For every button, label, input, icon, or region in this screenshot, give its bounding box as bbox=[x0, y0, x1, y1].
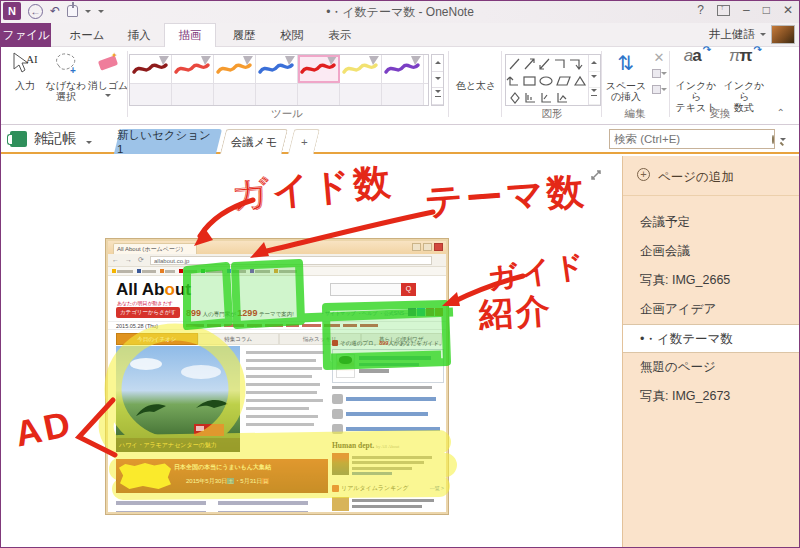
page-item[interactable]: 企画アイデア bbox=[623, 295, 799, 324]
ad-banner-dates: 2015年5月30日土・5月31日日 bbox=[186, 477, 269, 486]
eraser-button[interactable]: ✦ 消しゴム bbox=[87, 50, 129, 112]
article-link-line bbox=[246, 399, 323, 403]
facebook-icon bbox=[408, 308, 416, 316]
highlighter-swatch[interactable] bbox=[130, 84, 172, 105]
add-section-tab[interactable]: + bbox=[288, 129, 320, 154]
gallery-expand-icon[interactable] bbox=[432, 88, 443, 105]
lasso-icon: + bbox=[45, 50, 87, 78]
pen-swatch[interactable] bbox=[340, 55, 382, 83]
browser-tab: All About (ホームページ) bbox=[113, 243, 197, 254]
address-bar: allabout.co.jp bbox=[150, 256, 432, 265]
close-button[interactable]: ✕ bbox=[783, 3, 793, 17]
page-canvas[interactable]: All About (ホームページ) ← → ⟳ allabout.co.jp bbox=[1, 156, 622, 547]
ink-to-text-button[interactable]: aa↷ インクから テキスト bbox=[673, 50, 719, 112]
page-item-selected[interactable]: •・イ数テーマ数 bbox=[623, 324, 799, 353]
scroll-up-icon[interactable] bbox=[432, 55, 443, 72]
add-page-label: ページの追加 bbox=[658, 169, 734, 186]
section-tab-label: 新しいセクション 1 bbox=[117, 128, 219, 155]
notebook-dropdown-icon[interactable] bbox=[86, 141, 92, 147]
account-dropdown-icon[interactable] bbox=[760, 33, 766, 39]
ink-to-math-button[interactable]: ππ↷ インクから 数式 bbox=[721, 50, 767, 112]
human-dept-heading: Human dept. by All About bbox=[332, 441, 444, 450]
photo-caption: ハワイ・アラモアナセンターの魅力 bbox=[116, 438, 240, 452]
scroll-down-icon[interactable] bbox=[432, 72, 443, 89]
eraser-label: 消しゴム bbox=[88, 80, 129, 91]
tab-view[interactable]: 表示 bbox=[319, 23, 361, 47]
rotate-icon[interactable] bbox=[652, 85, 661, 94]
notebook-name[interactable]: 雑記帳 bbox=[34, 130, 76, 148]
pen-swatch[interactable] bbox=[172, 55, 214, 83]
tab-history[interactable]: 履歴 bbox=[223, 23, 265, 47]
delete-icon[interactable]: ✕ bbox=[654, 50, 665, 65]
expand-page-icon[interactable] bbox=[589, 168, 603, 182]
handwriting-guide-intro-2: 紹介 bbox=[477, 287, 554, 338]
pen-swatch-selected[interactable] bbox=[298, 55, 340, 83]
color-wheel-icon bbox=[453, 50, 499, 78]
lasso-select-button[interactable]: + なげなわ選択 bbox=[45, 50, 87, 112]
highlighter-swatch[interactable] bbox=[172, 84, 214, 105]
pen-swatch[interactable] bbox=[382, 55, 424, 83]
maximize-button[interactable]: □ bbox=[763, 3, 770, 17]
section-tab-active[interactable]: 会議メモ bbox=[220, 129, 288, 154]
tab-file[interactable]: ファイル bbox=[1, 23, 51, 47]
color-thickness-button[interactable]: 色と太さ bbox=[453, 50, 499, 112]
search-box bbox=[609, 129, 775, 149]
guide-link-row bbox=[332, 409, 444, 419]
pen-swatch[interactable] bbox=[256, 55, 298, 83]
browser-toolbar: ← → ⟳ allabout.co.jp bbox=[108, 254, 446, 267]
section-tab-1[interactable]: 新しいセクション 1 bbox=[114, 129, 222, 154]
tab-insert[interactable]: 挿入 bbox=[119, 23, 159, 47]
article-link-line bbox=[246, 351, 324, 355]
content-tab-active: 今日のイチオシ bbox=[116, 333, 198, 345]
company-icon bbox=[332, 424, 343, 434]
insert-space-label: スペース の挿入 bbox=[606, 80, 647, 102]
eraser-dropdown-icon[interactable] bbox=[105, 94, 111, 100]
highlighter-swatch[interactable] bbox=[256, 84, 298, 105]
pen-swatch[interactable] bbox=[214, 55, 256, 83]
bookmark-item bbox=[112, 269, 133, 273]
shapes-gallery[interactable] bbox=[505, 54, 601, 106]
search-input[interactable] bbox=[610, 133, 772, 145]
webpage-screenshot-image[interactable]: All About (ホームページ) ← → ⟳ allabout.co.jp bbox=[106, 239, 448, 514]
page-item[interactable]: 企画会議 bbox=[623, 237, 799, 266]
add-page-header[interactable]: + ページの追加 bbox=[623, 156, 799, 196]
page-item[interactable]: 会議予定 bbox=[623, 208, 799, 237]
tab-review[interactable]: 校閲 bbox=[271, 23, 313, 47]
bookmark-item bbox=[179, 269, 197, 273]
page-item[interactable]: 写真: IMG_2673 bbox=[623, 382, 799, 411]
account-area[interactable]: 井上健語 bbox=[709, 25, 795, 44]
highlighter-swatch[interactable] bbox=[382, 84, 424, 105]
collapse-ribbon-icon[interactable]: ⌃ bbox=[777, 107, 785, 118]
ranking-item bbox=[332, 497, 444, 511]
ink-to-text-icon: aa↷ bbox=[673, 50, 719, 78]
avatar[interactable] bbox=[771, 25, 795, 44]
tab-draw[interactable]: 描画 bbox=[164, 23, 216, 47]
search-icon[interactable] bbox=[772, 135, 774, 144]
pen-swatch[interactable] bbox=[130, 55, 172, 83]
highlighter-swatch[interactable] bbox=[214, 84, 256, 105]
color-thickness-label: 色と太さ bbox=[456, 80, 496, 91]
minimize-button[interactable]: – bbox=[743, 3, 750, 17]
insert-space-button[interactable]: ⇅ スペース の挿入 bbox=[604, 50, 648, 112]
twitter-icon bbox=[417, 308, 425, 316]
help-button[interactable]: ? bbox=[697, 3, 704, 17]
ad-banner-logo bbox=[119, 463, 171, 489]
tab-home[interactable]: ホーム bbox=[61, 23, 113, 47]
page-item[interactable]: 写真: IMG_2665 bbox=[623, 266, 799, 295]
gallery-expand-icon[interactable] bbox=[589, 88, 600, 105]
plus-icon: + bbox=[637, 168, 650, 181]
browser-window-controls bbox=[412, 243, 443, 251]
notebook-icon[interactable] bbox=[10, 131, 27, 147]
person-icon bbox=[332, 340, 338, 346]
ribbon-display-options-icon[interactable] bbox=[717, 5, 730, 16]
scroll-down-icon[interactable] bbox=[589, 72, 600, 89]
page-item[interactable]: 無題のページ bbox=[623, 353, 799, 382]
scroll-up-icon[interactable] bbox=[589, 55, 600, 72]
group-label-convert: 変換 bbox=[673, 107, 767, 121]
highlighter-swatch[interactable] bbox=[340, 84, 382, 105]
type-button[interactable]: AI 入力 bbox=[4, 50, 46, 112]
become-guide-icon bbox=[332, 409, 343, 419]
edit-mini-buttons: ✕ bbox=[649, 51, 669, 97]
arrange-icon[interactable] bbox=[652, 69, 661, 78]
highlighter-swatch[interactable] bbox=[298, 84, 340, 105]
